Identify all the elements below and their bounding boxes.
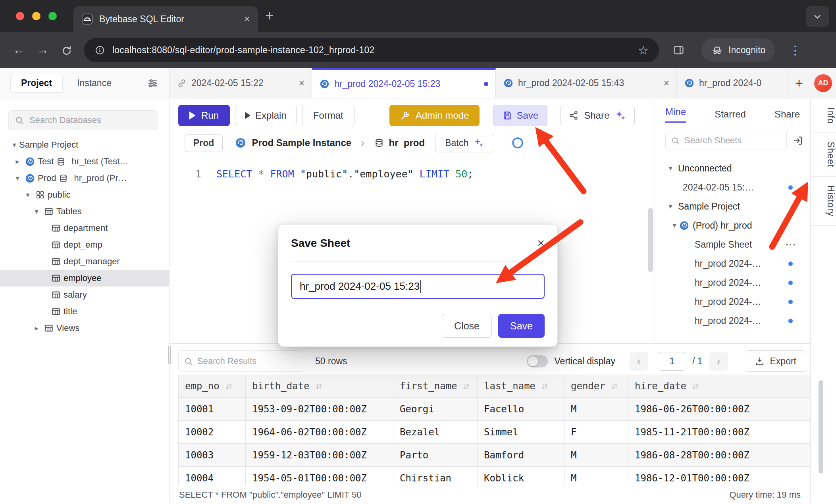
editor-tab-4[interactable]: hr_prod 2024-0	[677, 68, 788, 98]
cell[interactable]: Bezalel	[393, 421, 478, 444]
database-search[interactable]	[8, 110, 158, 130]
sheet-item-sample-sheet[interactable]: Sample Sheet ⋯	[655, 235, 810, 254]
column-header[interactable]: last_name	[478, 375, 564, 398]
tree-item-dept-manager[interactable]: dept_manager	[0, 253, 169, 270]
window-close-button[interactable]	[16, 12, 24, 20]
editor-tab-1[interactable]: 2024-02-05 15:22 ×	[170, 68, 312, 98]
sort-icon[interactable]	[314, 382, 323, 391]
back-button[interactable]: ←	[10, 43, 28, 57]
tree-item-prod-env[interactable]: ▾ Prod hr_prod (Pr…	[0, 170, 169, 187]
tree-item-department[interactable]: department	[0, 220, 169, 237]
sheet-search-input[interactable]	[684, 135, 782, 146]
column-header[interactable]: gender	[564, 375, 628, 398]
environment-chip[interactable]: Prod	[185, 134, 223, 152]
column-header[interactable]: emp_no	[179, 375, 246, 398]
column-header[interactable]: birth_date	[246, 375, 393, 398]
tree-item-test-env[interactable]: ▸ Test hr_test (Test…	[0, 153, 169, 170]
connection-ring-icon[interactable]	[511, 136, 524, 150]
cell[interactable]: M	[564, 398, 628, 421]
dialog-close-button[interactable]: Close	[442, 314, 492, 338]
sort-icon[interactable]	[462, 382, 471, 391]
close-icon[interactable]: ×	[293, 77, 304, 89]
vertical-display-toggle[interactable]	[527, 355, 548, 367]
window-zoom-button[interactable]	[48, 12, 57, 20]
cell[interactable]: 1986-06-26T00:00:00Z	[628, 398, 810, 421]
batch-button[interactable]: Batch	[435, 134, 494, 152]
table-row[interactable]: 10004 1954-05-01T00:00:00Z Chirstian Kob…	[179, 467, 810, 486]
open-sheet-panel-icon[interactable]	[792, 135, 804, 146]
instance-name[interactable]: Prod Sample Instance	[252, 137, 351, 148]
new-sheet-tab-button[interactable]: +	[788, 68, 810, 98]
cell[interactable]: 1986-08-28T00:00:00Z	[628, 444, 810, 467]
results-table-container[interactable]: emp_no birth_date first_name last_name g…	[178, 375, 810, 486]
site-info-icon[interactable]	[94, 45, 105, 56]
tab-overflow-button[interactable]	[806, 6, 829, 27]
window-minimize-button[interactable]	[32, 12, 40, 20]
results-search[interactable]	[178, 350, 304, 372]
table-row[interactable]: 10002 1964-06-02T00:00:00Z Bezalel Simme…	[179, 421, 810, 444]
cell[interactable]: M	[564, 444, 628, 467]
caret-down-icon[interactable]: ▾	[32, 207, 41, 216]
column-header[interactable]: hire_date	[628, 375, 810, 398]
forward-button[interactable]: →	[34, 43, 52, 57]
database-name[interactable]: hr_prod	[389, 137, 425, 148]
sheet-group-unconnected[interactable]: ▾ Unconnected	[655, 159, 810, 178]
export-button[interactable]: Export	[745, 350, 806, 372]
tree-item-views-group[interactable]: ▸ Views	[0, 320, 169, 337]
dialog-close-icon[interactable]: ×	[537, 236, 545, 250]
cell[interactable]: 10004	[179, 467, 246, 486]
explain-button[interactable]: Explain	[235, 105, 297, 126]
rail-tab-info[interactable]: Info	[811, 98, 836, 133]
column-header[interactable]: first_name	[393, 375, 478, 398]
cell[interactable]: 1986-12-01T00:00:00Z	[628, 467, 810, 486]
page-input[interactable]	[658, 352, 686, 371]
cell[interactable]: Bamford	[478, 444, 564, 467]
sheet-item[interactable]: hr_prod 2024-…	[655, 311, 810, 330]
sheet-name-input[interactable]: hr_prod 2024-02-05 15:23	[291, 274, 545, 299]
sheet-item[interactable]: hr_prod 2024-…	[655, 292, 810, 311]
cell[interactable]: M	[564, 467, 628, 486]
filter-icon[interactable]	[147, 77, 159, 89]
caret-down-icon[interactable]: ▾	[10, 140, 19, 149]
cell[interactable]: 10003	[179, 444, 246, 467]
table-row[interactable]: 10003 1959-12-03T00:00:00Z Parto Bamford…	[179, 444, 810, 467]
cell[interactable]: 1953-09-02T00:00:00Z	[246, 398, 393, 421]
sheet-item-unconnected[interactable]: 2024-02-05 15:…	[655, 178, 810, 197]
new-tab-button[interactable]: +	[265, 8, 274, 24]
caret-right-icon[interactable]: ▸	[32, 324, 41, 333]
avatar[interactable]: AD	[814, 74, 832, 92]
tab-mine[interactable]: Mine	[665, 106, 686, 123]
tab-instance[interactable]: Instance	[77, 78, 112, 88]
editor-tab-2-active[interactable]: hr_prod 2024-02-05 15:23	[312, 68, 496, 98]
caret-down-icon[interactable]: ▾	[670, 221, 679, 230]
cell[interactable]: 10001	[179, 398, 246, 421]
cell[interactable]: F	[564, 421, 628, 444]
tree-item-salary[interactable]: salary	[0, 287, 169, 303]
cell[interactable]: Facello	[478, 398, 564, 421]
tab-starred[interactable]: Starred	[715, 109, 746, 120]
prev-page-button[interactable]: ‹	[630, 352, 648, 371]
sheet-group-prod-hrprod[interactable]: ▾ (Prod) hr_prod	[655, 216, 810, 235]
cell[interactable]: Chirstian	[393, 467, 478, 486]
tree-item-schema-public[interactable]: ▾ public	[0, 187, 169, 203]
tree-item-dept-emp[interactable]: dept_emp	[0, 237, 169, 253]
more-icon[interactable]: ⋯	[785, 238, 796, 251]
address-bar[interactable]: localhost:8080/sql-editor/prod-sample-in…	[84, 38, 659, 62]
cell[interactable]: Simmel	[478, 421, 564, 444]
cell[interactable]: 1954-05-01T00:00:00Z	[246, 467, 393, 486]
editor-tab-3[interactable]: hr_prod 2024-02-05 15:43 ×	[496, 68, 677, 98]
close-icon[interactable]: ×	[658, 77, 669, 89]
bookmark-star-icon[interactable]: ☆	[638, 43, 649, 57]
tree-item-title[interactable]: title	[0, 303, 169, 320]
sort-icon[interactable]	[610, 382, 619, 391]
dialog-save-button[interactable]: Save	[498, 314, 545, 338]
reload-button[interactable]	[58, 43, 75, 57]
sheet-item[interactable]: hr_prod 2024-…	[655, 254, 810, 273]
side-panel-icon[interactable]	[672, 44, 685, 56]
rail-tab-sheet[interactable]: Sheet	[811, 133, 836, 177]
results-scrollbar[interactable]	[819, 380, 823, 473]
editor-scrollbar[interactable]	[648, 208, 653, 272]
table-row[interactable]: 10001 1953-09-02T00:00:00Z Georgi Facell…	[179, 398, 810, 421]
admin-mode-button[interactable]: Admin mode	[389, 105, 480, 126]
cell[interactable]: 10002	[179, 421, 246, 444]
